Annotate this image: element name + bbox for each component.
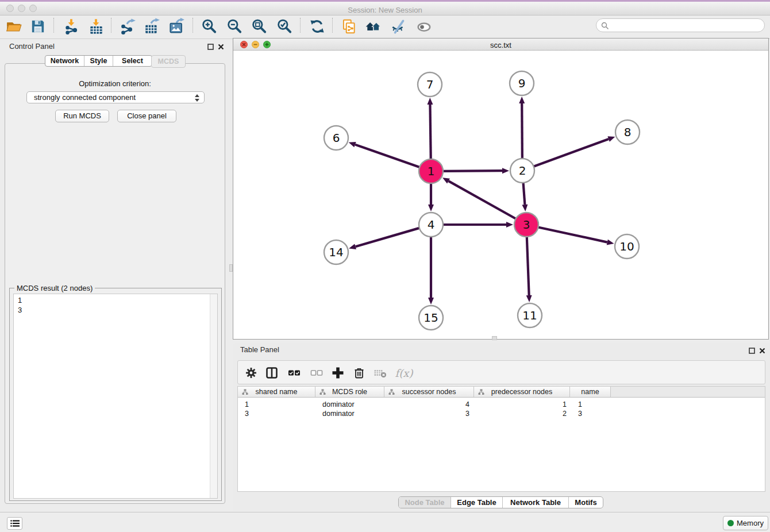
delete-table-icon[interactable] bbox=[371, 364, 390, 382]
hide-selected-icon[interactable] bbox=[389, 17, 409, 36]
zoom-in-icon[interactable] bbox=[199, 17, 219, 36]
tab-edge-table[interactable]: Edge Table bbox=[451, 497, 502, 508]
network-canvas[interactable]: 7968124314101511 bbox=[233, 51, 768, 339]
network-window-titlebar[interactable]: scc.txt bbox=[233, 38, 768, 51]
refresh-icon[interactable] bbox=[307, 17, 327, 36]
node-label-6: 6 bbox=[333, 131, 340, 145]
tab-style[interactable]: Style bbox=[84, 56, 113, 66]
export-table-icon[interactable] bbox=[142, 17, 161, 36]
cell-predecessor-nodes[interactable]: 2 bbox=[474, 409, 570, 418]
tab-motifs[interactable]: Motifs bbox=[568, 497, 603, 508]
mcds-result-list[interactable]: 1 3 bbox=[13, 294, 218, 499]
column-header-predecessor-nodes[interactable]: predecessor nodes bbox=[474, 387, 570, 397]
node-label-11: 11 bbox=[522, 309, 537, 322]
tab-network[interactable]: Network bbox=[45, 56, 84, 66]
column-header-name[interactable]: name bbox=[570, 387, 611, 397]
edge-arrowhead bbox=[427, 98, 433, 105]
edge-arrowhead bbox=[506, 222, 513, 228]
memory-button[interactable]: Memory bbox=[723, 516, 768, 530]
table-settings-gear-icon[interactable] bbox=[242, 364, 260, 382]
window-title: Session: New Session bbox=[0, 6, 770, 14]
cell-name[interactable]: 3 bbox=[570, 409, 611, 418]
select-all-icon[interactable] bbox=[285, 364, 303, 382]
list-icon bbox=[10, 520, 20, 527]
node-label-2: 2 bbox=[519, 164, 526, 178]
function-builder-icon[interactable]: f(x) bbox=[392, 364, 415, 382]
edge-2-9[interactable] bbox=[522, 103, 522, 159]
save-icon[interactable] bbox=[28, 17, 48, 36]
cell-MCDS-role[interactable]: dominator bbox=[315, 400, 384, 409]
column-header-MCDS-role[interactable]: MCDS role bbox=[315, 387, 384, 397]
cell-shared-name[interactable]: 3 bbox=[238, 409, 315, 418]
control-panel-float-icon[interactable] bbox=[206, 43, 214, 51]
edge-arrowhead bbox=[607, 240, 614, 245]
edge-1-6[interactable] bbox=[355, 145, 419, 167]
column-header-successor-nodes[interactable]: successor nodes bbox=[384, 387, 474, 397]
cell-successor-nodes[interactable]: 4 bbox=[384, 400, 474, 409]
table-panel-title: Table Panel bbox=[240, 345, 279, 354]
edge-arrowhead bbox=[522, 205, 528, 211]
horizontal-splitter-handle[interactable] bbox=[492, 336, 497, 340]
table-row[interactable]: 1dominator411 bbox=[238, 400, 765, 409]
cell-shared-name[interactable]: 1 bbox=[238, 400, 315, 409]
edge-3-11[interactable] bbox=[527, 237, 529, 295]
show-eye-icon[interactable] bbox=[415, 17, 434, 36]
export-image-icon[interactable] bbox=[167, 17, 186, 36]
control-panel-close-icon[interactable] bbox=[217, 43, 225, 51]
deselect-all-icon[interactable] bbox=[307, 364, 326, 382]
node-label-10: 10 bbox=[619, 240, 634, 253]
search-input[interactable] bbox=[596, 18, 765, 32]
table-row[interactable]: 3dominator323 bbox=[238, 409, 765, 418]
result-scrollbar[interactable] bbox=[210, 294, 217, 498]
cell-successor-nodes[interactable]: 3 bbox=[384, 409, 474, 418]
import-table-icon[interactable] bbox=[86, 17, 106, 36]
cell-predecessor-nodes[interactable]: 1 bbox=[474, 400, 570, 409]
edge-1-2[interactable] bbox=[443, 171, 502, 171]
search-icon bbox=[601, 22, 609, 30]
open-folder-icon[interactable] bbox=[4, 17, 24, 36]
run-mcds-button[interactable]: Run MCDS bbox=[55, 110, 109, 122]
control-panel-title: Control Panel bbox=[9, 42, 55, 51]
edge-3-10[interactable] bbox=[538, 227, 607, 242]
tab-network-table[interactable]: Network Table bbox=[502, 497, 568, 508]
node-label-4: 4 bbox=[428, 218, 435, 232]
toolbar-separator bbox=[300, 18, 301, 33]
add-column-icon[interactable] bbox=[329, 364, 347, 382]
network-graph[interactable]: 7968124314101511 bbox=[233, 51, 768, 339]
zoom-fit-icon[interactable] bbox=[249, 17, 269, 36]
table-body: 1dominator4113dominator323 bbox=[238, 398, 765, 418]
close-panel-button[interactable]: Close panel bbox=[117, 110, 176, 122]
criterion-value: strongly connected component bbox=[34, 93, 136, 102]
zoom-out-icon[interactable] bbox=[225, 17, 244, 36]
node-label-3: 3 bbox=[523, 218, 530, 232]
home-icon[interactable] bbox=[364, 17, 383, 36]
duplicate-network-icon[interactable] bbox=[339, 17, 359, 36]
cell-name[interactable]: 1 bbox=[570, 400, 611, 409]
export-network-icon[interactable] bbox=[118, 17, 137, 36]
criterion-select[interactable]: strongly connected component bbox=[26, 91, 205, 103]
zoom-selected-icon[interactable] bbox=[275, 17, 294, 36]
table-panel-float-icon[interactable] bbox=[748, 346, 756, 354]
edge-3-1[interactable] bbox=[449, 181, 516, 219]
edge-4-14[interactable] bbox=[356, 228, 419, 246]
edge-1-7[interactable] bbox=[430, 105, 430, 159]
edge-arrowhead bbox=[349, 142, 356, 147]
edge-arrowhead bbox=[502, 168, 509, 174]
edge-2-3[interactable] bbox=[523, 183, 525, 205]
tab-select[interactable]: Select bbox=[113, 56, 152, 66]
node-label-9: 9 bbox=[518, 76, 526, 90]
tab-mcds[interactable]: MCDS bbox=[151, 55, 186, 68]
table-header-row: shared nameMCDS rolesuccessor nodesprede… bbox=[238, 387, 765, 398]
delete-icon[interactable] bbox=[350, 364, 368, 382]
task-history-button[interactable] bbox=[7, 517, 22, 530]
import-network-icon[interactable] bbox=[61, 17, 81, 36]
vertical-splitter-handle[interactable] bbox=[229, 264, 233, 272]
network-window-title: scc.txt bbox=[233, 41, 768, 49]
mcds-result-group: MCDS result (2 nodes) 1 3 bbox=[9, 288, 222, 501]
column-header-shared-name[interactable]: shared name bbox=[238, 387, 315, 397]
tab-node-table[interactable]: Node Table bbox=[399, 497, 451, 508]
table-panel-close-icon[interactable] bbox=[758, 346, 766, 354]
show-columns-icon[interactable] bbox=[263, 364, 281, 382]
edge-2-8[interactable] bbox=[534, 139, 609, 167]
cell-MCDS-role[interactable]: dominator bbox=[315, 409, 384, 418]
